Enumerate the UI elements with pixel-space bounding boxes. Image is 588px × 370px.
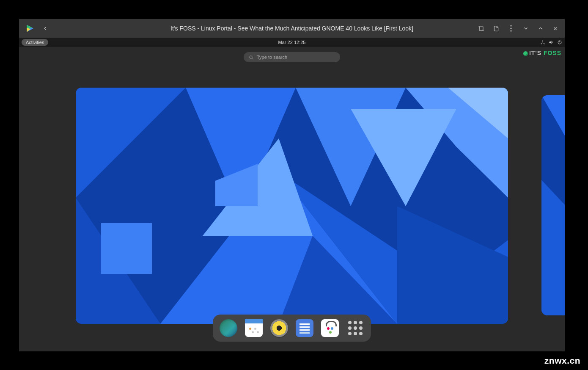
minimize-button[interactable] [520, 22, 531, 34]
dock-software-store[interactable] [321, 319, 339, 337]
search-container: Type to search [244, 52, 340, 62]
svg-point-4 [510, 25, 511, 26]
search-placeholder: Type to search [257, 55, 287, 60]
close-button[interactable] [550, 22, 561, 34]
gnome-topbar: Activities Mar 22 12:25 [19, 38, 565, 47]
workspace-area [19, 88, 565, 324]
dock-calendar[interactable] [245, 319, 263, 337]
workspace-next[interactable] [541, 95, 565, 315]
svg-rect-3 [479, 27, 483, 30]
video-player-window: It's FOSS - Linux Portal - See What the … [19, 19, 565, 351]
itsfoss-watermark: IT'S FOSS [523, 50, 561, 56]
app-logo-icon [25, 24, 34, 33]
svg-marker-26 [101, 223, 152, 274]
svg-point-6 [510, 30, 511, 31]
clock[interactable]: Mar 22 12:25 [278, 40, 306, 45]
dock-app-grid[interactable] [346, 319, 364, 337]
network-icon[interactable] [540, 40, 545, 45]
search-icon [249, 55, 253, 60]
dock-music-player[interactable] [270, 319, 288, 337]
maximize-button[interactable] [535, 22, 546, 34]
back-button[interactable] [39, 22, 51, 34]
volume-icon[interactable] [549, 40, 554, 45]
svg-point-10 [541, 44, 542, 44]
app-grid-icon [348, 321, 363, 335]
activities-button[interactable]: Activities [22, 39, 48, 46]
crop-icon[interactable] [476, 22, 486, 34]
document-icon[interactable] [491, 22, 501, 34]
svg-point-9 [542, 41, 543, 41]
svg-marker-12 [550, 41, 552, 44]
dock [213, 315, 371, 342]
dock-web-browser[interactable] [220, 319, 237, 337]
page-watermark: znwx.cn [544, 356, 580, 366]
wallpaper-peek [541, 95, 565, 315]
menu-button[interactable] [506, 22, 516, 34]
titlebar: It's FOSS - Linux Portal - See What the … [19, 19, 565, 38]
svg-point-15 [250, 55, 252, 58]
dock-text-editor[interactable] [296, 319, 313, 337]
wallpaper [76, 88, 508, 324]
svg-point-11 [544, 44, 545, 44]
search-input[interactable]: Type to search [244, 52, 340, 62]
window-title: It's FOSS - Linux Portal - See What the … [108, 25, 476, 32]
power-icon[interactable] [557, 40, 562, 45]
video-content: Activities Mar 22 12:25 IT'S FOSS Type t [19, 38, 565, 351]
workspace-main[interactable] [76, 88, 508, 324]
svg-line-16 [252, 58, 253, 59]
svg-point-5 [510, 28, 511, 29]
